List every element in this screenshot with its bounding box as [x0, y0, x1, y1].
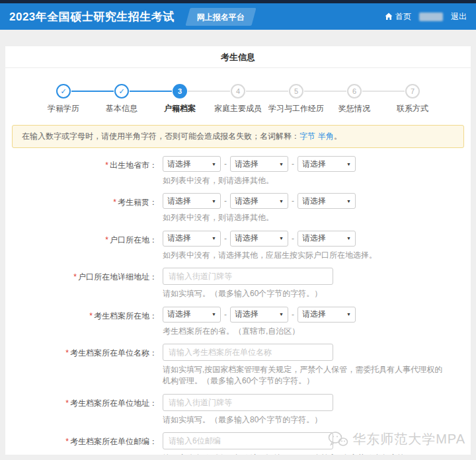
hukou-detail-address-row: *户口所在地详细地址： 请如实填写。（最多输入60个字节的字符。） [5, 268, 471, 306]
select-separator: - [224, 196, 227, 206]
hukou-archive-form: *出生地省市： 请选择▼ - 请选择▼ - 请选择▼ 如列表中没有，则请选择其他… [5, 156, 471, 455]
hukou-city-select[interactable]: 请选择▼ [230, 231, 288, 247]
birthplace-county-select[interactable]: 请选择▼ [298, 156, 356, 172]
field-note: 请如实填写。（最多输入60个字节的字符。） [163, 288, 333, 299]
step-number: 4 [231, 84, 245, 98]
required-mark: * [65, 437, 69, 446]
watermark: 华东师范大学MPA [327, 430, 465, 448]
chevron-down-icon: ▼ [346, 236, 351, 241]
chevron-down-icon: ▼ [279, 199, 284, 204]
select-separator: - [292, 234, 294, 243]
archive-city-select[interactable]: 请选择▼ [230, 307, 288, 323]
hukou-location-row: *户口所在地： 请选择▼ - 请选择▼ - 请选择▼ 如列表中没有，请选择其他，… [5, 231, 471, 268]
platform-badge-label: 网上报名平台 [197, 12, 245, 23]
field-note: 如列表中没有，则请选择其他。 [163, 212, 356, 223]
chevron-down-icon: ▼ [212, 199, 216, 204]
step-item-2: ✓ 基本信息 [114, 84, 130, 114]
field-label: 户口所在地详细地址： [78, 272, 157, 282]
username-blur [419, 13, 443, 21]
field-label: 出生地省市： [110, 161, 157, 170]
home-link-label: 首页 [395, 11, 411, 22]
field-label: 考生籍贯： [118, 198, 157, 207]
step-item-1: ✓ 学籍学历 [56, 84, 71, 114]
chevron-down-icon: ▼ [279, 236, 284, 241]
hukou-province-select[interactable]: 请选择▼ [163, 231, 221, 247]
archive-unit-address-input[interactable] [163, 394, 333, 411]
step-connector [362, 91, 405, 92]
select-separator: - [224, 310, 227, 319]
site-title: 2023年全国硕士研究生招生考试 [9, 9, 175, 24]
archive-location-row: *考生档案所在地： 请选择▼ - 请选择▼ - 请选择▼ 考生档案所在的省。（直… [5, 307, 471, 344]
native-place-row: *考生籍贯： 请选择▼ - 请选择▼ - 请选择▼ 如列表中没有，则请选择其他。 [5, 193, 471, 230]
step-label: 基本信息 [106, 103, 138, 114]
required-mark: * [89, 311, 93, 321]
step-connector [130, 91, 172, 92]
step-indicator: ✓ 学籍学历 ✓ 基本信息 3 户籍档案 4 家庭主要成员 5 学习与工作经历 … [5, 68, 471, 122]
field-note: 请如实填写,按国家档案管理有关规定，严禁个人保管，需委托具有人事代理权的机构管理… [163, 364, 447, 387]
notice-period: 。 [334, 132, 342, 141]
field-label: 考生档案所在单位名称： [70, 348, 157, 358]
archive-unit-name-input[interactable] [163, 344, 333, 361]
halfwidth-notice-bar: 在输入数字或字母时，请使用半角字符，否则可能会造成报名失败；名词解释：字节半角。 [12, 125, 464, 148]
chevron-down-icon: ▼ [346, 312, 351, 317]
required-mark: * [65, 348, 69, 358]
step-connector [246, 91, 288, 92]
home-icon [385, 13, 393, 20]
archive-province-select[interactable]: 请选择▼ [163, 307, 221, 323]
step-connector [71, 91, 114, 92]
required-mark: * [65, 399, 69, 408]
app-header: 2023年全国硕士研究生招生考试 网上报名平台 首页 退出 [0, 3, 476, 30]
archive-unit-name-row: *考生档案所在单位名称： 请如实填写,按国家档案管理有关规定，严禁个人保管，需委… [5, 344, 471, 394]
chevron-down-icon: ▼ [212, 312, 216, 317]
step-number: 5 [289, 84, 303, 98]
step-item-3-current: 3 户籍档案 [172, 84, 188, 114]
archive-unit-address-row: *考生档案所在单位地址： 请如实填写。（最多输入80个字节的字符。） [5, 394, 471, 432]
halfwidth-definition-link[interactable]: 半角 [318, 132, 334, 141]
native-place-county-select[interactable]: 请选择▼ [298, 193, 356, 209]
field-note: 如列表中没有，则请选择其他。 [163, 175, 356, 186]
hukou-detail-address-input[interactable] [163, 268, 333, 285]
step-label: 奖惩情况 [338, 103, 370, 114]
native-place-province-select[interactable]: 请选择▼ [163, 193, 221, 209]
field-label: 考生档案所在单位邮编： [70, 437, 157, 446]
birthplace-row: *出生地省市： 请选择▼ - 请选择▼ - 请选择▼ 如列表中没有，则请选择其他… [5, 156, 471, 193]
step-number: 6 [347, 84, 362, 98]
field-note: 按国家公布的《全国邮政编码》填写。（最多输入6个字节的半角字符。） [163, 453, 421, 455]
candidate-info-card: 考生信息 ✓ 学籍学历 ✓ 基本信息 3 户籍档案 4 家庭主要成员 5 学习与… [5, 46, 471, 455]
field-label: 考生档案所在地： [94, 311, 157, 321]
chevron-down-icon: ▼ [279, 312, 284, 317]
select-separator: - [292, 310, 294, 319]
wechat-icon [327, 431, 348, 448]
field-note: 如列表中没有，请选择其他，应届生按实际户口所在地选择。 [163, 250, 377, 261]
hukou-county-select[interactable]: 请选择▼ [298, 231, 356, 247]
step-item-4: 4 家庭主要成员 [230, 84, 246, 114]
chevron-down-icon: ▼ [279, 162, 284, 167]
step-connector [304, 91, 346, 92]
archive-unit-postcode-input[interactable] [163, 432, 333, 449]
chevron-down-icon: ▼ [212, 162, 216, 167]
select-separator: - [292, 159, 294, 169]
watermark-text: 华东师范大学MPA [352, 430, 465, 448]
field-label: 考生档案所在单位地址： [70, 399, 157, 408]
field-note: 考生档案所在的省。（直辖市,自治区） [163, 326, 356, 337]
required-mark: * [113, 198, 116, 207]
step-label: 学习与工作经历 [268, 103, 324, 114]
select-separator: - [224, 159, 227, 169]
notice-text: 在输入数字或字母时，请使用半角字符，否则可能会造成报名失败；名词解释： [22, 132, 299, 141]
byte-definition-link[interactable]: 字节 [299, 132, 315, 141]
birthplace-city-select[interactable]: 请选择▼ [230, 156, 288, 172]
step-label: 学籍学历 [48, 103, 79, 114]
field-label: 户口所在地： [110, 235, 157, 245]
select-separator: - [224, 234, 227, 243]
chevron-down-icon: ▼ [346, 162, 351, 167]
required-mark: * [73, 272, 77, 282]
logout-link[interactable]: 退出 [451, 11, 467, 22]
step-connector [188, 91, 230, 92]
archive-county-select[interactable]: 请选择▼ [298, 307, 356, 323]
native-place-city-select[interactable]: 请选择▼ [230, 193, 288, 209]
home-link[interactable]: 首页 [385, 11, 411, 22]
required-mark: * [105, 235, 108, 245]
step-number: 3 [173, 84, 187, 98]
step-check-icon: ✓ [114, 84, 129, 98]
birthplace-province-select[interactable]: 请选择▼ [163, 156, 221, 172]
